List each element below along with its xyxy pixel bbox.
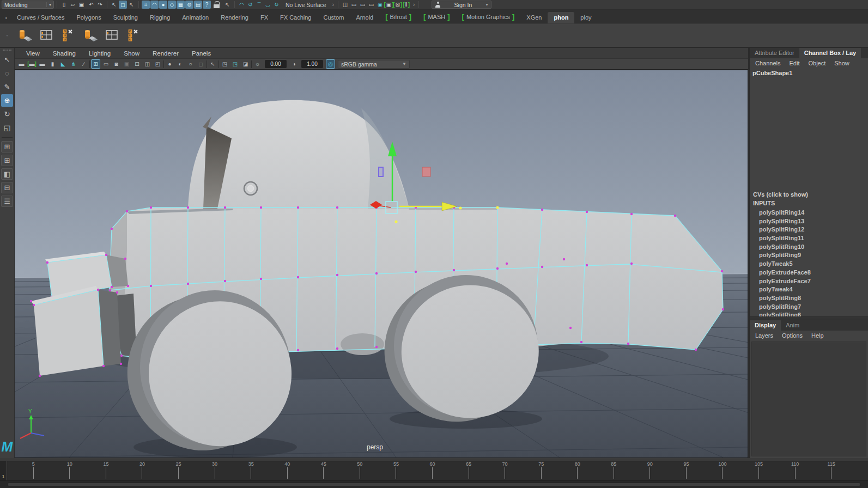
- camera-bookmark-icon[interactable]: ▬: [27, 59, 37, 69]
- camera-icon[interactable]: ▬: [17, 59, 26, 69]
- input-node[interactable]: polySplitRing9: [750, 251, 868, 260]
- exposure-field[interactable]: 0.00: [265, 60, 287, 68]
- input-node[interactable]: polySplitRing13: [750, 217, 868, 226]
- timeline-tick[interactable]: 15: [88, 461, 124, 480]
- open-scene-icon[interactable]: ▱: [69, 1, 77, 9]
- chevron-right-icon[interactable]: ›: [332, 2, 334, 8]
- input-node[interactable]: polySplitRing10: [750, 243, 868, 252]
- channel-box-menu-item[interactable]: Edit: [789, 60, 799, 66]
- snap-to-projected-center-icon[interactable]: ◇: [168, 1, 176, 9]
- paint-select-tool[interactable]: ✎: [1, 81, 13, 93]
- safe-action-icon[interactable]: ◫: [143, 59, 152, 69]
- gate-mask-icon[interactable]: ▣: [122, 59, 131, 69]
- selection-highlight-icon[interactable]: ↖: [208, 59, 217, 69]
- tab-channel-box[interactable]: Channel Box / Lay: [799, 48, 861, 58]
- lock-icon[interactable]: [214, 1, 221, 9]
- no-lights-icon[interactable]: ◻: [196, 59, 205, 69]
- icon[interactable]: [218, 60, 219, 68]
- timeline-tick[interactable]: 95: [668, 461, 705, 480]
- delete-joint-icon[interactable]: [60, 27, 76, 44]
- input-node[interactable]: polySplitRing6: [750, 311, 868, 316]
- snap-to-grids-icon[interactable]: ⌗: [142, 1, 150, 9]
- shelf-tab[interactable]: ploy: [574, 12, 597, 23]
- shelf-tab[interactable]: MASH: [417, 10, 456, 23]
- output-connections-icon[interactable]: ↺: [246, 1, 254, 9]
- select-component-icon[interactable]: ↖: [128, 1, 136, 9]
- panel-menu-item[interactable]: Panels: [186, 50, 217, 57]
- menu-set-dropdown[interactable]: Modeling ▾: [2, 1, 54, 9]
- timeline-tick[interactable]: 65: [451, 461, 487, 480]
- input-node[interactable]: polyTweak4: [750, 285, 868, 294]
- input-node[interactable]: polySplitRing7: [750, 303, 868, 312]
- bookmark-icon[interactable]: ▮: [48, 59, 57, 69]
- layer-editor-tab[interactable]: Anim: [781, 320, 804, 331]
- channel-box-menu-item[interactable]: Show: [834, 60, 849, 66]
- snap-to-points-icon[interactable]: ●: [159, 1, 167, 9]
- timeline-tick[interactable]: 105: [740, 461, 777, 480]
- sign-in-button[interactable]: Sign In ▾: [432, 1, 491, 9]
- timeline-tick[interactable]: 110: [777, 461, 814, 480]
- panel-menu-item[interactable]: Renderer: [147, 50, 185, 57]
- timeline-tick[interactable]: 45: [306, 461, 342, 480]
- shelf-tab[interactable]: phon: [548, 12, 574, 23]
- timeline-tick[interactable]: 70: [487, 461, 523, 480]
- channel-box-menu-item[interactable]: Channels: [755, 60, 780, 66]
- all-lights-icon[interactable]: ◐: [175, 59, 185, 69]
- contrast-icon[interactable]: ◑: [289, 59, 299, 69]
- poly-cylinder-icon[interactable]: [82, 27, 98, 44]
- icon[interactable]: [207, 60, 207, 68]
- input-node[interactable]: polyExtrudeFace8: [750, 269, 868, 277]
- persp-outliner-layout[interactable]: ◧: [1, 168, 13, 180]
- scale-tool[interactable]: ◱: [1, 121, 13, 134]
- timeline-tick[interactable]: 25: [160, 461, 197, 480]
- hypershade-icon[interactable]: ◉: [376, 1, 384, 9]
- ipr-render-icon[interactable]: ▭: [359, 1, 367, 9]
- input-node[interactable]: polySplitRing11: [750, 234, 868, 243]
- range-bar[interactable]: [8, 483, 860, 486]
- shelf-tab[interactable]: FX: [254, 12, 274, 23]
- image-plane-icon[interactable]: ◣: [58, 59, 68, 69]
- range-slider[interactable]: [0, 481, 868, 488]
- shelf-options-icon[interactable]: ◦: [3, 33, 11, 38]
- persp-graph-layout[interactable]: ⊟: [1, 182, 13, 193]
- timeline-tick[interactable]: 5: [15, 461, 52, 480]
- shelf-tab[interactable]: FX Caching: [274, 12, 317, 23]
- select-object-icon[interactable]: ◻: [119, 1, 127, 9]
- shelf-tab[interactable]: Rendering: [215, 12, 254, 23]
- anim-layer-icon[interactable]: ⊠: [393, 1, 402, 9]
- time-slider[interactable]: 1 5 10 15 20: [0, 461, 868, 481]
- select-tool[interactable]: ↖: [1, 53, 13, 66]
- timeline-tick[interactable]: 30: [197, 461, 233, 480]
- channel-box-menu-item[interactable]: Object: [808, 60, 825, 66]
- panel-menu-item[interactable]: Lighting: [83, 50, 117, 57]
- panel-menu-item[interactable]: Shading: [47, 50, 82, 57]
- redo-icon[interactable]: ↷: [96, 1, 104, 9]
- toolbox-grip[interactable]: [3, 50, 11, 51]
- field-chart-icon[interactable]: ⊡: [132, 59, 142, 69]
- render-settings-icon[interactable]: ▭: [367, 1, 375, 9]
- pause-viewport-icon[interactable]: ‖: [402, 1, 410, 9]
- timeline-tick[interactable]: 35: [233, 461, 269, 480]
- reopen-icon[interactable]: ↻: [272, 1, 281, 9]
- poly-cylinder-icon[interactable]: [16, 27, 33, 44]
- multi-cut-grid-icon[interactable]: [38, 27, 54, 44]
- layer-list-empty[interactable]: [751, 341, 866, 456]
- four-pane-layout[interactable]: ⊞: [1, 155, 13, 166]
- timeline-tick[interactable]: 115: [813, 461, 849, 480]
- display-layer-icon[interactable]: ▣: [385, 1, 393, 9]
- history-toggle-icon[interactable]: ⌒: [255, 1, 263, 9]
- timeline-tick[interactable]: 85: [596, 461, 632, 480]
- multi-cut-grid-icon[interactable]: [104, 27, 120, 44]
- object-name[interactable]: pCubeShape1: [750, 68, 868, 77]
- icon[interactable]: [89, 60, 90, 68]
- shelf-tab[interactable]: Arnold: [350, 12, 379, 23]
- timeline-tick[interactable]: 50: [342, 461, 378, 480]
- panel-menu-item[interactable]: Show: [118, 50, 145, 57]
- snap-help-icon[interactable]: ?: [203, 1, 211, 9]
- shelf-tab[interactable]: Custom: [318, 12, 350, 23]
- make-live-icon[interactable]: ⊚: [185, 1, 193, 9]
- icon[interactable]: [251, 60, 252, 68]
- timeline-tick[interactable]: 40: [269, 461, 306, 480]
- default-lighting-icon[interactable]: ●: [165, 59, 174, 69]
- new-scene-icon[interactable]: ▯: [60, 1, 68, 9]
